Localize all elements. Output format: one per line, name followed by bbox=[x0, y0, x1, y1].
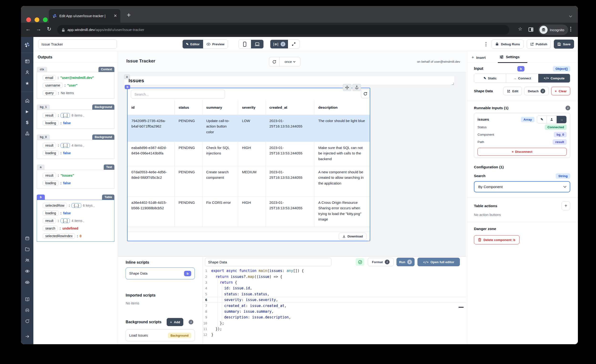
editor-mode-button[interactable]: ✎Editor bbox=[183, 40, 203, 48]
expand-pill[interactable]: [...] bbox=[60, 218, 70, 223]
sidebar-robot-icon[interactable] bbox=[23, 278, 31, 286]
inline-script-item[interactable]: Shape Datab bbox=[126, 267, 195, 279]
move-icon[interactable] bbox=[343, 84, 351, 91]
edit-script-button[interactable]: Edit bbox=[503, 87, 522, 95]
column-header-summary[interactable]: summary bbox=[202, 100, 238, 115]
column-header-status[interactable]: status bbox=[175, 100, 202, 115]
output-key[interactable]: result bbox=[43, 173, 56, 178]
fullscreen-button[interactable] bbox=[288, 40, 299, 48]
user-kind-button[interactable] bbox=[547, 116, 557, 123]
maximize-window-button[interactable] bbox=[43, 17, 48, 22]
detach-button[interactable]: Detachi bbox=[524, 87, 549, 95]
sidebar-folder-icon[interactable] bbox=[23, 245, 31, 253]
toggle-outputs-panel-button[interactable]: |o|i bbox=[270, 40, 288, 48]
output-section-tab[interactable]: a bbox=[37, 164, 45, 170]
column-header-id[interactable]: id bbox=[127, 100, 175, 115]
table-row[interactable]: 07da0553-4e6e-4d56-8ded-5fd0f7d5c3c2PEND… bbox=[127, 166, 370, 197]
add-table-action-button[interactable]: + bbox=[561, 201, 570, 210]
close-window-button[interactable] bbox=[26, 17, 31, 22]
output-key[interactable]: selectedRow bbox=[43, 203, 67, 208]
add-background-script-button[interactable]: +Add bbox=[167, 318, 183, 326]
app-refresh-button[interactable] bbox=[269, 57, 280, 66]
app-canvas[interactable]: a Issues b idstatussummaryseveritycreate… bbox=[118, 72, 466, 256]
side-panel-icon[interactable] bbox=[528, 27, 534, 32]
incognito-badge[interactable]: Incognito bbox=[538, 25, 568, 35]
resize-handle[interactable] bbox=[452, 83, 454, 85]
connect-mode-button[interactable]: →Connect bbox=[506, 74, 538, 82]
expand-pill[interactable]: [...] bbox=[60, 143, 70, 148]
mobile-view-button[interactable] bbox=[239, 40, 251, 48]
format-button[interactable]: Formati bbox=[368, 258, 394, 266]
preview-mode-button[interactable]: Preview bbox=[203, 40, 228, 48]
output-key[interactable]: result bbox=[43, 113, 56, 118]
browser-tab[interactable]: Edit App u/user/issue-tracker | ✕ bbox=[49, 9, 120, 23]
debug-runs-button[interactable]: Debug Runs bbox=[492, 40, 523, 49]
output-section-tab[interactable]: ctx bbox=[37, 67, 47, 72]
output-section-tab[interactable]: bg_0 bbox=[37, 134, 50, 140]
table-row[interactable]: 794208f5-2735-428a-b4af-b071ff0a2962PEND… bbox=[127, 115, 370, 142]
resize-handle[interactable] bbox=[368, 239, 370, 241]
static-mode-button[interactable]: ✎Static bbox=[474, 74, 506, 82]
script-name-input[interactable] bbox=[205, 258, 331, 266]
text-component[interactable]: Issues bbox=[124, 76, 455, 85]
compute-mode-button[interactable]: </>Compute bbox=[538, 74, 570, 82]
output-key[interactable]: loading bbox=[43, 210, 59, 216]
sidebar-discord-icon[interactable] bbox=[23, 306, 31, 314]
more-options-icon[interactable]: ⋮ bbox=[484, 41, 488, 47]
download-button[interactable]: Download bbox=[339, 233, 367, 240]
column-header-created_at[interactable]: created_at bbox=[266, 100, 314, 115]
sidebar-eye-icon[interactable] bbox=[23, 267, 31, 275]
column-header-description[interactable]: description bbox=[314, 100, 370, 115]
sidebar-user-icon[interactable] bbox=[23, 68, 31, 76]
run-button[interactable]: Runi bbox=[396, 258, 415, 266]
output-key[interactable]: loading bbox=[43, 180, 59, 186]
sidebar-calendar-icon[interactable] bbox=[23, 234, 31, 242]
minimize-window-button[interactable] bbox=[35, 17, 39, 22]
sidebar-star-icon[interactable]: ★ bbox=[23, 79, 31, 88]
output-key[interactable]: query bbox=[43, 90, 56, 96]
output-key[interactable]: result bbox=[43, 143, 56, 148]
table-refresh-button[interactable] bbox=[361, 89, 370, 98]
anchor-icon[interactable] bbox=[352, 84, 361, 91]
background-script-item[interactable]: Load IssuesBackground bbox=[126, 329, 195, 341]
expand-pill[interactable]: [...] bbox=[60, 113, 70, 118]
table-row[interactable]: eaba8d96-e387-4d2d-8494-096e4143b8faPEND… bbox=[127, 142, 370, 166]
expand-pill[interactable]: {...} bbox=[72, 203, 81, 208]
output-key[interactable]: username bbox=[43, 83, 63, 88]
output-key[interactable]: search bbox=[43, 226, 58, 231]
search-mode-select[interactable]: By Component bbox=[474, 181, 570, 192]
save-button[interactable]: Save bbox=[554, 40, 574, 49]
bookmark-star-icon[interactable]: ☆ bbox=[516, 26, 524, 32]
tab-settings[interactable]: Settings bbox=[499, 55, 520, 59]
output-section-tab[interactable]: bg_1 bbox=[37, 104, 50, 110]
sidebar-users-icon[interactable] bbox=[23, 256, 31, 264]
table-search-input[interactable] bbox=[131, 90, 225, 99]
delete-component-button[interactable]: Delete component: b bbox=[474, 235, 520, 244]
static-kind-button[interactable]: ✎ bbox=[537, 116, 547, 123]
sidebar-home-icon[interactable] bbox=[23, 96, 31, 105]
tab-insert[interactable]: +Insert bbox=[472, 55, 486, 60]
desktop-view-button[interactable] bbox=[251, 40, 263, 48]
sidebar-play-icon[interactable]: ▶ bbox=[23, 107, 31, 116]
tab-close-icon[interactable]: ✕ bbox=[114, 13, 117, 18]
publish-button[interactable]: Publish bbox=[527, 40, 551, 49]
address-bar[interactable]: app.windmill.dev/apps/edit/u/user/issue-… bbox=[57, 25, 509, 35]
tab-search-chevron-icon[interactable] bbox=[570, 14, 572, 18]
reload-icon[interactable]: ↻ bbox=[45, 26, 53, 32]
output-key[interactable]: loading bbox=[43, 150, 59, 156]
disconnect-button[interactable]: ×Disconnect bbox=[477, 148, 567, 156]
forward-icon[interactable]: → bbox=[35, 26, 42, 32]
component-b-chip[interactable]: b bbox=[125, 85, 130, 89]
clear-button[interactable]: ×Clear bbox=[551, 87, 570, 95]
open-full-editor-button[interactable]: </>Open full editor bbox=[417, 258, 460, 266]
output-key[interactable]: selectedRowIndex bbox=[43, 233, 75, 239]
refresh-mode-dropdown[interactable]: once bbox=[280, 57, 300, 66]
sidebar-cubes-icon[interactable] bbox=[23, 129, 31, 138]
sidebar-dollar-icon[interactable]: $ bbox=[23, 118, 31, 127]
column-header-severity[interactable]: severity bbox=[238, 100, 266, 115]
new-tab-button[interactable]: + bbox=[127, 11, 131, 19]
component-a-chip[interactable]: a bbox=[124, 74, 130, 79]
code-editor[interactable]: 1export async function main(issues: any[… bbox=[203, 268, 466, 344]
table-row[interactable]: a36e4402-51d8-4d15-b566-119088b8cb52PEND… bbox=[127, 197, 370, 227]
output-key[interactable]: result bbox=[43, 218, 56, 223]
